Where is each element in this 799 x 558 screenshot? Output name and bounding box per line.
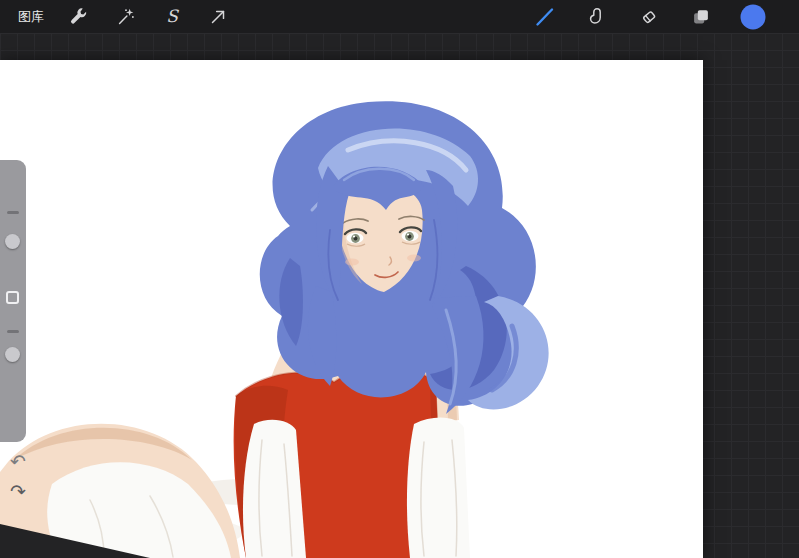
brush-size-handle[interactable] — [5, 234, 20, 249]
opacity-tick — [7, 330, 19, 333]
workspace: ↶ ↷ — [0, 33, 799, 558]
color-button[interactable] — [739, 3, 767, 31]
transform-arrow-icon — [207, 6, 229, 28]
toolbar-left-group: 图库 S — [18, 3, 232, 31]
toolbar: 图库 S — [0, 0, 799, 33]
selection-s-icon: S — [166, 8, 178, 25]
layers-icon — [690, 6, 712, 28]
erase-button[interactable] — [635, 3, 663, 31]
gallery-button[interactable]: 图库 — [18, 8, 44, 26]
modify-button[interactable] — [6, 291, 19, 304]
smudge-finger-icon — [586, 6, 608, 28]
artwork-outfit — [234, 367, 470, 558]
eraser-icon — [638, 6, 660, 28]
transform-button[interactable] — [204, 3, 232, 31]
layers-button[interactable] — [687, 3, 715, 31]
opacity-handle[interactable] — [5, 347, 20, 362]
selection-button[interactable]: S — [158, 3, 186, 31]
toolbar-right-group — [531, 3, 767, 31]
wrench-icon — [69, 6, 91, 28]
actions-button[interactable] — [66, 3, 94, 31]
smudge-button[interactable] — [583, 3, 611, 31]
redo-button[interactable]: ↷ — [6, 480, 30, 502]
paintbrush-icon — [533, 5, 557, 29]
canvas[interactable] — [0, 60, 703, 558]
undo-button[interactable]: ↶ — [6, 450, 30, 472]
artwork — [0, 60, 703, 558]
sidebar — [0, 160, 26, 442]
magic-wand-icon — [115, 6, 137, 28]
brush-size-tick — [7, 211, 19, 214]
paint-button[interactable] — [531, 3, 559, 31]
adjustments-button[interactable] — [112, 3, 140, 31]
color-swatch — [740, 4, 766, 30]
